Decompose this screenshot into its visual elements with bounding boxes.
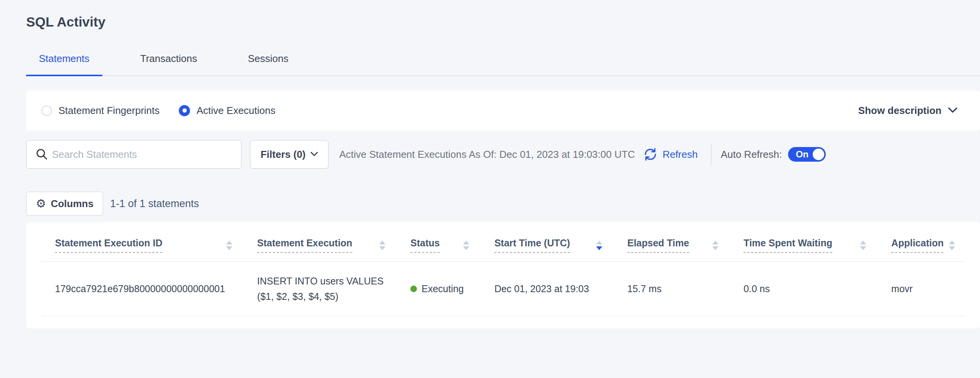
sort-icon[interactable] xyxy=(379,241,385,250)
result-count: 1-1 of 1 statements xyxy=(110,198,199,210)
cell-time-spent-waiting: 0.0 ns xyxy=(730,262,878,316)
tab-bar: Statements Transactions Sessions xyxy=(26,53,980,76)
cell-statement[interactable]: INSERT INTO users VALUES ($1, $2, $3, $4… xyxy=(244,262,397,316)
cell-execution-id[interactable]: 179cca7921e679b80000000000000001 xyxy=(42,262,244,316)
radio-active-executions[interactable]: Active Executions xyxy=(179,105,275,117)
chevron-down-icon xyxy=(310,152,318,157)
status-label: Executing xyxy=(422,281,464,296)
filters-label: Filters (0) xyxy=(260,149,305,161)
chevron-down-icon xyxy=(948,107,958,114)
column-header-elapsed-time[interactable]: Elapsed Time xyxy=(614,222,730,262)
controls-row: Filters (0) Active Statement Executions … xyxy=(26,140,980,169)
column-header-statement-execution[interactable]: Statement Execution xyxy=(244,222,397,262)
filters-button[interactable]: Filters (0) xyxy=(250,140,328,169)
column-header-status[interactable]: Status xyxy=(397,222,481,262)
sort-icon[interactable] xyxy=(949,241,955,250)
vertical-divider xyxy=(711,144,712,165)
show-description-label: Show description xyxy=(858,105,942,117)
sql-activity-page: SQL Activity Statements Transactions Ses… xyxy=(0,0,980,328)
column-header-time-spent-waiting[interactable]: Time Spent Waiting xyxy=(730,222,878,262)
columns-button[interactable]: ⚙ Columns xyxy=(26,192,103,216)
radio-circle-icon xyxy=(42,105,52,116)
table-row: 179cca7921e679b80000000000000001 INSERT … xyxy=(42,262,965,316)
column-header-start-time[interactable]: Start Time (UTC) xyxy=(481,222,614,262)
toggle-state-label: On xyxy=(796,147,808,162)
statements-table-card: Statement Execution ID Statement Executi… xyxy=(26,222,980,328)
view-mode-card: Statement Fingerprints Active Executions… xyxy=(26,90,980,130)
gear-icon: ⚙ xyxy=(36,198,46,209)
search-input[interactable] xyxy=(26,140,242,169)
sort-icon[interactable] xyxy=(463,241,469,250)
table-toolbar: ⚙ Columns 1-1 of 1 statements xyxy=(26,192,980,216)
auto-refresh-label: Auto Refresh: xyxy=(721,149,782,161)
page-title: SQL Activity xyxy=(26,0,980,31)
tab-statements[interactable]: Statements xyxy=(26,53,102,76)
refresh-icon xyxy=(643,147,658,162)
table-header-row: Statement Execution ID Statement Executi… xyxy=(42,222,965,262)
statements-table: Statement Execution ID Statement Executi… xyxy=(42,222,965,316)
search-icon xyxy=(35,148,48,161)
cell-application: movr xyxy=(878,262,965,316)
cell-elapsed-time: 15.7 ms xyxy=(614,262,730,316)
column-header-application[interactable]: Application xyxy=(878,222,965,262)
as-of-timestamp: Active Statement Executions As Of: Dec 0… xyxy=(339,149,635,161)
sort-icon[interactable] xyxy=(860,241,866,250)
search-box xyxy=(26,140,242,169)
status-executing-dot-icon xyxy=(410,286,417,292)
radio-circle-icon xyxy=(179,105,190,116)
column-header-statement-execution-id[interactable]: Statement Execution ID xyxy=(42,222,244,262)
show-description-toggle[interactable]: Show description xyxy=(858,105,958,117)
refresh-label: Refresh xyxy=(663,149,698,161)
sort-icon[interactable] xyxy=(712,241,718,250)
sort-icon[interactable] xyxy=(596,241,602,250)
sort-icon[interactable] xyxy=(226,241,232,250)
radio-label: Statement Fingerprints xyxy=(58,105,160,117)
columns-button-label: Columns xyxy=(51,198,93,210)
tab-sessions[interactable]: Sessions xyxy=(235,53,301,76)
radio-label: Active Executions xyxy=(197,105,275,117)
cell-start-time: Dec 01, 2023 at 19:03 xyxy=(481,262,614,316)
refresh-button[interactable]: Refresh xyxy=(643,147,698,162)
radio-statement-fingerprints[interactable]: Statement Fingerprints xyxy=(42,105,160,117)
toggle-knob xyxy=(813,149,824,160)
auto-refresh-toggle[interactable]: On xyxy=(788,147,826,162)
tab-transactions[interactable]: Transactions xyxy=(128,53,210,76)
cell-status: Executing xyxy=(397,262,481,316)
